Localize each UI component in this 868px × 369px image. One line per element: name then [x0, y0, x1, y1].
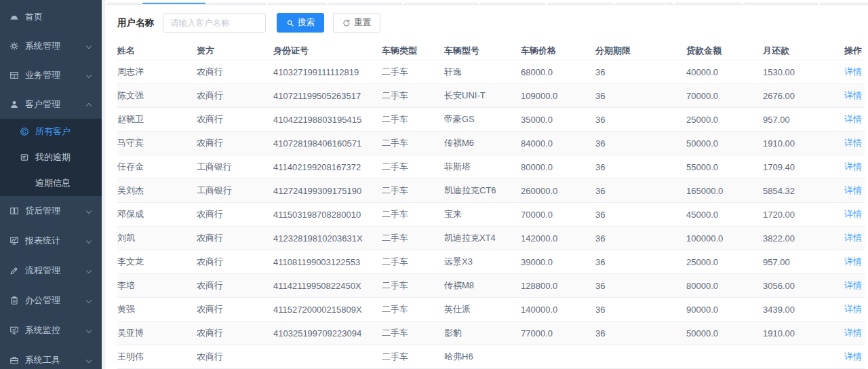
table-row: 任存金工商银行411402199208167372二手车菲斯塔80000.036… [117, 155, 865, 179]
cell-action: 详情 [844, 132, 865, 155]
sidebar-item-6[interactable]: 流程管理 [0, 256, 102, 286]
sidebar-item-label: 业务管理 [25, 69, 60, 81]
detail-link[interactable]: 详情 [844, 351, 862, 362]
detail-link[interactable]: 详情 [844, 90, 862, 100]
detail-link[interactable]: 详情 [844, 304, 862, 314]
detail-link[interactable]: 详情 [844, 328, 862, 338]
sidebar-item-label: 流程管理 [25, 265, 60, 277]
tab-7[interactable]: 客户银行卡× [549, 3, 612, 5]
detail-link[interactable]: 详情 [844, 256, 862, 267]
tab-3[interactable]: 订单详情× [269, 3, 325, 5]
sidebar-item-1[interactable]: 系统管理 [0, 31, 102, 60]
tab-6[interactable]: 公司银行卡× [481, 3, 545, 5]
cell-vehicle-type: 二手车 [382, 322, 444, 345]
sidebar-item-0[interactable]: 首页 [0, 2, 102, 31]
cell-action: 详情 [844, 203, 865, 227]
table-header: 姓名资方身份证号车辆类型车辆型号车辆价格分期期限贷款金额月还款操作 [117, 42, 865, 60]
cell-vehicle-model: 凯迪拉克CT6 [444, 179, 521, 203]
cell-action: 详情 [844, 108, 865, 132]
cell-vehicle-price: 109000.0 [521, 84, 595, 108]
search-label: 用户名称 [117, 17, 154, 29]
cell-vehicle-model: 凯迪拉克XT4 [444, 227, 521, 250]
tab-5[interactable]: 催收处理方案× [405, 3, 477, 5]
cell-term: 36 [595, 250, 686, 274]
sidebar-item-5[interactable]: 报表统计 [0, 226, 102, 256]
customer-name-input[interactable] [163, 13, 266, 33]
sidebar-item-9[interactable]: 系统工具 [0, 345, 102, 369]
detail-link[interactable]: 详情 [844, 161, 862, 172]
detail-link[interactable]: 详情 [844, 209, 862, 219]
cell-funder: 工商银行 [197, 179, 273, 203]
detail-link[interactable]: 详情 [844, 280, 862, 290]
sidebar-item-8[interactable]: 系统监控 [0, 315, 102, 345]
reset-button[interactable]: 重置 [333, 13, 380, 33]
table-row: 马守宾农商行410728198406160571二手车传祺M684000.036… [117, 132, 865, 155]
cell-loan-amount: 45000.0 [686, 203, 763, 227]
cell-term: 36 [595, 108, 686, 132]
sidebar-item-7[interactable]: 办公管理 [0, 286, 102, 315]
columns-icon [9, 206, 19, 216]
cell-id-number [273, 345, 382, 369]
search-button-label: 搜索 [298, 17, 315, 28]
tab-0[interactable]: 首页 [108, 3, 138, 5]
chevron-down-icon [86, 43, 92, 49]
cell-action: 详情 [844, 84, 865, 108]
cell-vehicle-model: 传祺M8 [444, 274, 521, 298]
search-button[interactable]: 搜索 [277, 13, 324, 33]
cell-term [595, 345, 686, 369]
customer-table: 姓名资方身份证号车辆类型车辆型号车辆价格分期期限贷款金额月还款操作 周志洋农商行… [117, 42, 865, 369]
cell-monthly-payment: 2676.00 [763, 84, 844, 108]
cell-vehicle-price: 39000.0 [521, 250, 595, 274]
cell-vehicle-model: 影豹 [444, 322, 521, 345]
tab-2[interactable]: 逾期信息× [210, 3, 265, 5]
cell-vehicle-model: 宝来 [444, 203, 521, 227]
grid-icon [9, 71, 19, 80]
detail-link[interactable]: 详情 [844, 66, 862, 77]
cell-funder: 农商行 [197, 132, 273, 155]
user-icon [9, 100, 19, 109]
sidebar-item-label: 首页 [25, 11, 43, 23]
submenu-item-0[interactable]: 所有客户 [0, 119, 102, 144]
cell-monthly-payment: 1910.00 [763, 132, 844, 155]
cell-loan-amount: 165000.0 [686, 179, 763, 203]
cell-monthly-payment: 3439.00 [763, 298, 844, 322]
table-row: 李文龙农商行411081199003122553二手车远景X339000.036… [117, 250, 865, 274]
sidebar-item-4[interactable]: 贷后管理 [0, 196, 102, 226]
sidebar-item-3[interactable]: 客户管理 [0, 90, 102, 119]
cell-term: 36 [595, 322, 686, 345]
tab-8[interactable]: 外访记录× [616, 3, 672, 5]
cell-vehicle-type: 二手车 [382, 132, 444, 155]
cell-term: 36 [595, 155, 686, 179]
cell-term: 36 [595, 274, 686, 298]
detail-link[interactable]: 详情 [844, 185, 862, 195]
tab-10[interactable]: 客户GPS信息× [744, 3, 816, 5]
process-icon [9, 266, 19, 275]
column-header: 分期期限 [595, 42, 686, 60]
cell-vehicle-model: 长安UNI-T [444, 84, 521, 108]
cell-action: 详情 [844, 345, 865, 369]
column-header: 车辆价格 [521, 42, 595, 60]
sidebar-item-label: 报表统计 [25, 235, 60, 247]
cell-id-number: 410327199111112819 [273, 60, 382, 84]
detail-link[interactable]: 详情 [844, 138, 862, 148]
table-row: 黄强农商行41152720000215809X二手车英仕派140000.0369… [117, 298, 865, 322]
cell-funder: 农商行 [197, 203, 273, 227]
cell-funder: 农商行 [197, 60, 273, 84]
column-header: 资方 [197, 42, 273, 60]
table-body: 周志洋农商行410327199111112819二手车轩逸68000.03640… [117, 60, 865, 369]
cell-vehicle-price: 80000.0 [521, 155, 595, 179]
tab-4[interactable]: 贷后催收记录× [329, 3, 401, 5]
submenu-item-1[interactable]: 我的逾期 [0, 144, 102, 170]
detail-link[interactable]: 详情 [844, 114, 862, 124]
cell-name: 吴刘杰 [117, 179, 197, 203]
tab-11[interactable]: 我的待办× [821, 3, 868, 5]
cell-id-number: 41152720000215809X [273, 298, 382, 322]
sidebar-item-2[interactable]: 业务管理 [0, 60, 102, 90]
detail-link[interactable]: 详情 [844, 233, 862, 243]
table-row: 陈文强农商行410721199505263517二手车长安UNI-T109000… [117, 84, 865, 108]
tab-9[interactable]: 紧急联系人× [676, 3, 740, 5]
tab-1[interactable]: 所有客户× [142, 3, 205, 5]
submenu-item-2[interactable]: 逾期信息 [0, 170, 102, 196]
chevron-down-icon [86, 73, 92, 78]
cell-loan-amount: 25000.0 [686, 250, 763, 274]
